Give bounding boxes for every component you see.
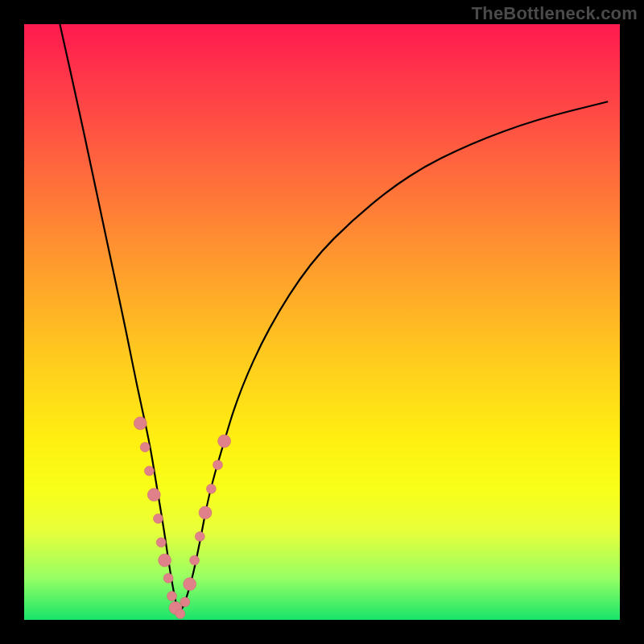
bead-marker: [167, 591, 177, 601]
bead-marker: [190, 555, 200, 565]
bead-marker: [213, 460, 223, 470]
bead-marker: [218, 435, 231, 448]
bead-marker: [163, 573, 173, 583]
plot-area: [24, 24, 620, 620]
bead-marker: [134, 417, 147, 430]
bead-marker: [140, 442, 150, 452]
bead-marker: [156, 538, 166, 547]
watermark-text: TheBottleneck.com: [472, 3, 638, 24]
bead-marker: [206, 484, 216, 493]
bead-marker: [184, 578, 196, 591]
bead-marker: [159, 554, 171, 567]
bead-marker: [144, 466, 154, 476]
bead-marker: [175, 609, 185, 619]
bead-cluster: [134, 417, 230, 619]
bead-marker: [154, 514, 163, 523]
bead-marker: [147, 489, 160, 502]
bead-marker: [180, 597, 190, 607]
chart-overlay: [24, 24, 620, 620]
bead-marker: [199, 506, 212, 519]
bottleneck-curve: [60, 24, 608, 609]
chart-frame: TheBottleneck.com: [0, 0, 644, 644]
bead-marker: [195, 531, 204, 541]
